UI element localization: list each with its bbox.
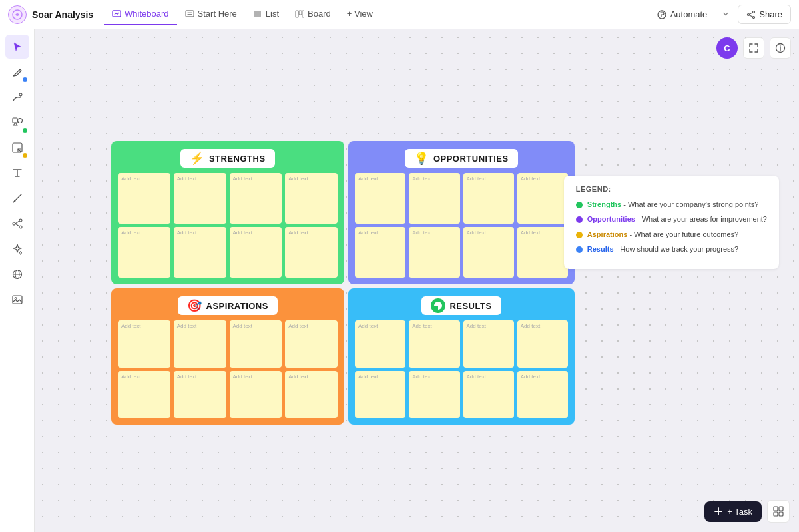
list-item[interactable]: Add text (118, 173, 170, 224)
legend-title: LEGEND: (576, 185, 767, 193)
soar-grid: ⚡ STRENGTHS Add text Add text Add text A… (111, 141, 575, 425)
whiteboard-icon (112, 9, 121, 19)
opportunities-header: 💡 OPPORTUNITIES (355, 149, 568, 168)
svg-rect-8 (296, 11, 298, 17)
list-item[interactable]: Add text (118, 320, 170, 368)
list-item[interactable]: Add text (517, 227, 568, 278)
fit-view-button[interactable] (743, 37, 764, 59)
list-item[interactable]: Add text (517, 371, 568, 418)
list-item[interactable]: Add text (118, 227, 170, 278)
quadrant-opportunities: 💡 OPPORTUNITIES Add text Add text Add te… (348, 141, 575, 284)
list-item[interactable]: Add text (517, 320, 568, 368)
svg-rect-10 (302, 11, 304, 17)
list-item[interactable]: Add text (409, 227, 459, 278)
tab-whiteboard[interactable]: Whiteboard (104, 3, 176, 25)
list-item[interactable]: Add text (174, 173, 226, 224)
nav-right: Automate Share (650, 5, 791, 24)
pen-dot (23, 77, 27, 82)
legend-label-aspirations: Aspirations (587, 230, 628, 238)
svg-rect-25 (13, 296, 22, 304)
share-icon (746, 10, 756, 19)
add-task-button[interactable]: + Task (704, 501, 762, 522)
list-item[interactable]: Add text (174, 320, 226, 368)
list-item[interactable]: Add text (230, 320, 282, 368)
start-here-icon (185, 9, 194, 19)
list-item[interactable]: Add text (463, 227, 514, 278)
svg-rect-32 (779, 512, 783, 516)
opportunities-icon: 💡 (414, 151, 429, 166)
tool-cursor[interactable] (5, 35, 29, 59)
svg-point-13 (748, 13, 750, 15)
list-item[interactable]: Add text (355, 227, 405, 278)
tool-pen[interactable] (5, 60, 29, 84)
tool-globe[interactable] (5, 262, 29, 286)
list-item[interactable]: Add text (118, 371, 170, 418)
tab-view[interactable]: + View (339, 3, 381, 25)
tool-connections[interactable] (5, 212, 29, 236)
tool-shapes[interactable] (5, 111, 29, 134)
list-item[interactable]: Add text (174, 371, 226, 418)
results-icon (431, 298, 445, 313)
pen-icon (11, 66, 23, 78)
strengths-title: STRENGTHS (209, 154, 266, 164)
list-item[interactable]: Add text (409, 173, 459, 224)
results-title-box: RESULTS (421, 296, 501, 315)
list-item[interactable]: Add text (285, 227, 338, 278)
list-item[interactable]: Add text (409, 371, 459, 418)
sticky-icon (11, 142, 23, 154)
image-icon (11, 294, 23, 306)
nav-tabs: Whiteboard Start Here List Board + View (104, 3, 381, 25)
tab-start-here[interactable]: Start Here (177, 3, 245, 25)
tool-magic[interactable] (5, 237, 29, 261)
list-item[interactable]: Add text (285, 173, 338, 224)
grid-toggle-icon (773, 506, 784, 517)
grid-view-toggle[interactable] (767, 500, 790, 523)
list-item[interactable]: Add text (230, 371, 282, 418)
list-item[interactable]: Add text (285, 320, 338, 368)
svg-point-21 (19, 226, 22, 228)
aspirations-title-box: 🎯 ASPIRATIONS (178, 296, 278, 315)
list-item[interactable]: Add text (355, 173, 405, 224)
connections-icon (11, 218, 23, 230)
line-icon (11, 192, 23, 204)
whiteboard-canvas[interactable]: C ⚡ STRENGTHS Add text Add text Add text… (35, 29, 799, 532)
results-title: RESULTS (449, 301, 491, 311)
svg-rect-31 (774, 512, 778, 516)
list-item[interactable]: Add text (463, 173, 514, 224)
svg-point-14 (753, 16, 755, 18)
automate-chevron[interactable] (719, 6, 732, 23)
legend-desc-opportunities: - What are your areas for improvement? (637, 215, 767, 223)
svg-point-12 (753, 11, 755, 13)
sticky-dot (23, 153, 27, 158)
opportunities-title-box: 💡 OPPORTUNITIES (405, 149, 517, 168)
tool-text[interactable] (5, 161, 29, 185)
share-button[interactable]: Share (738, 5, 791, 24)
svg-rect-18 (13, 143, 22, 152)
tool-image[interactable] (5, 288, 29, 312)
list-item[interactable]: Add text (355, 371, 405, 418)
list-item[interactable]: Add text (463, 371, 514, 418)
info-icon (775, 43, 786, 53)
tab-list[interactable]: List (245, 3, 287, 25)
list-item[interactable]: Add text (409, 320, 459, 368)
legend-dot-aspirations (576, 232, 583, 238)
list-item[interactable]: Add text (517, 173, 568, 224)
tab-board[interactable]: Board (287, 3, 339, 25)
aspirations-title: ASPIRATIONS (206, 301, 268, 311)
tool-line[interactable] (5, 186, 29, 210)
board-icon (295, 9, 304, 19)
app-logo (8, 5, 27, 24)
list-item[interactable]: Add text (285, 371, 338, 418)
list-item[interactable]: Add text (355, 320, 405, 368)
list-item[interactable]: Add text (230, 173, 282, 224)
tool-sticky[interactable] (5, 136, 29, 160)
user-avatar[interactable]: C (716, 37, 738, 59)
svg-rect-16 (13, 118, 17, 123)
automate-button[interactable]: Automate (650, 5, 714, 24)
list-item[interactable]: Add text (230, 227, 282, 278)
info-button[interactable] (770, 37, 791, 59)
list-item[interactable]: Add text (463, 320, 514, 368)
project-title: Soar Analysis (32, 9, 93, 20)
list-item[interactable]: Add text (174, 227, 226, 278)
tool-draw[interactable] (5, 85, 29, 109)
